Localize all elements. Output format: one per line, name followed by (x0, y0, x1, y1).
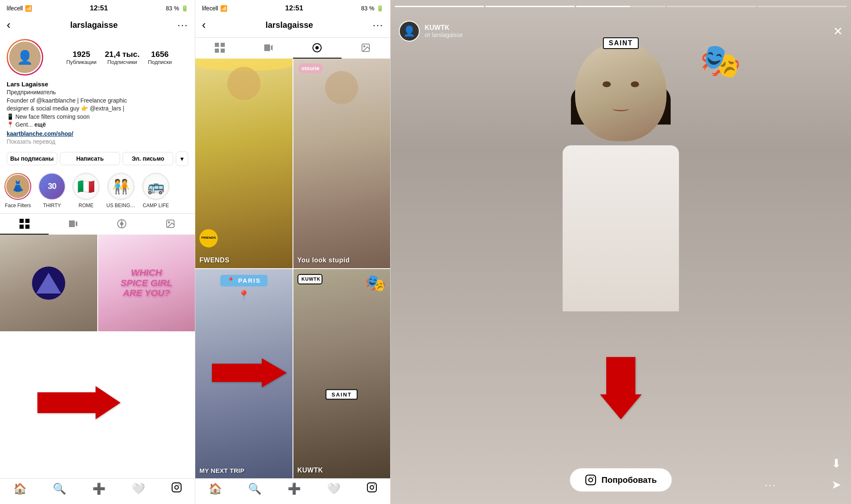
story-header: 👤 KUWTK от larslagaisse ✕ (391, 0, 851, 48)
stat-followers-label: Подписчики (107, 59, 137, 65)
story-close-button[interactable]: ✕ (833, 24, 843, 38)
profile-info-row: 👤 1925 Публикации 21,4 тыс. Подписчики 1… (0, 36, 195, 81)
stourie-badge: stourie (298, 64, 323, 73)
nav-search-1[interactable]: 🔍 (53, 482, 66, 495)
filter-cell-trip[interactable]: 📍 PARIS 📍 MY NEXT TRIP (195, 269, 293, 479)
svg-marker-26 (600, 357, 642, 419)
status-bar-1: lifecell 📶 12:51 83 % 🔋 (0, 0, 195, 15)
more-button-2[interactable]: ··· (373, 19, 384, 31)
nav-add-2[interactable]: ➕ (288, 482, 301, 495)
tab-filter-2[interactable] (293, 38, 342, 59)
saint-label-kuwtk: SAINT (326, 389, 358, 400)
tab-grid-1[interactable] (0, 214, 49, 235)
more-button-1[interactable]: ··· (177, 19, 188, 31)
dropdown-button[interactable]: ▾ (176, 152, 188, 166)
following-button[interactable]: Вы подписаны (7, 152, 57, 165)
carrier-2: lifecell (202, 5, 218, 12)
nav-instagram-2[interactable] (366, 482, 377, 496)
fwends-face (227, 67, 261, 100)
stupid-bg: stourie (293, 59, 391, 268)
svg-point-9 (168, 222, 170, 223)
stat-posts-label: Публикации (66, 59, 96, 65)
tab-video-1[interactable] (49, 214, 97, 235)
svg-point-5 (120, 222, 123, 225)
signal-icon-1: 📶 (25, 5, 32, 12)
bottom-nav-1: 🏠 🔍 ➕ 🤍 (0, 478, 195, 504)
svg-point-13 (178, 484, 179, 485)
svg-point-24 (370, 486, 374, 489)
nav-heart-2[interactable]: 🤍 (327, 482, 340, 495)
try-button[interactable]: Попробовать (570, 468, 672, 492)
tab-tag-1[interactable] (146, 214, 195, 235)
svg-point-19 (315, 46, 319, 49)
story-avatar[interactable]: 👤 (399, 21, 420, 42)
highlight-face-filters[interactable]: 👗 Face Filters (4, 173, 32, 208)
profile-panel: lifecell 📶 12:51 83 % 🔋 ‹ larslagaisse ·… (0, 0, 195, 504)
story-send-icon[interactable]: ➤ (831, 478, 841, 492)
trip-label: MY NEXT TRIP (199, 467, 244, 474)
filter-cell-stupid[interactable]: stourie You look stupid (293, 59, 391, 268)
stupid-face (325, 71, 358, 104)
smile (612, 106, 629, 111)
translate-button[interactable]: Показать перевод (7, 138, 188, 145)
bio-line-2: Founder of @kaartblanche | Freelance gra… (7, 97, 188, 105)
nav-heart-1[interactable]: 🤍 (132, 482, 145, 495)
story-head: SAINT (575, 42, 667, 141)
highlight-circle-us-being-s: 🧑‍🤝‍🧑 (107, 173, 135, 200)
status-bar-2: lifecell 📶 12:51 83 % 🔋 (195, 0, 390, 15)
stat-posts[interactable]: 1925 Публикации (66, 50, 96, 65)
filter-cell-kuwtk[interactable]: KUWTK 🎭 SAINT KUWTK (293, 269, 391, 479)
highlight-circle-face-filters: 👗 (4, 173, 32, 200)
stat-followers[interactable]: 21,4 тыс. Подписчики (105, 50, 140, 65)
post-overlay-1 (32, 267, 65, 300)
nav-add-1[interactable]: ➕ (92, 482, 106, 495)
svg-point-21 (364, 46, 365, 47)
tab-tag-2[interactable] (342, 38, 390, 59)
email-button[interactable]: Эл. письмо (123, 152, 173, 165)
highlight-image-us-being-s: 🧑‍🤝‍🧑 (108, 174, 134, 199)
tab-grid-2[interactable] (195, 38, 244, 59)
nav-instagram-1[interactable] (171, 482, 182, 496)
tab-filter-1[interactable] (98, 214, 146, 235)
svg-rect-23 (367, 483, 376, 492)
battery-icon-2: 🔋 (376, 5, 384, 12)
tab-video-2[interactable] (244, 38, 293, 59)
nav-home-2[interactable]: 🏠 (209, 482, 222, 495)
highlight-thirty[interactable]: 30 THIRTY (38, 173, 66, 208)
stat-following[interactable]: 1656 Подписки (148, 50, 172, 65)
post-cell-1[interactable] (0, 235, 97, 332)
status-left-2: lifecell 📶 (202, 5, 227, 12)
svg-rect-1 (25, 219, 30, 223)
highlight-label-camp-life: CAMP LIFE (143, 203, 169, 208)
highlight-rome[interactable]: 🇮🇹 ROME (72, 173, 100, 208)
stupid-label: You look stupid (298, 257, 350, 264)
story-download-icon[interactable]: ⬇ (831, 457, 841, 470)
post-cell-2[interactable]: WHICHSPICE GIRLARE YOU? (98, 235, 195, 332)
header-nav-1: ‹ larslagaisse ··· (0, 15, 195, 36)
battery-label-1: 83 % (166, 5, 179, 12)
story-more-button[interactable]: ··· (765, 479, 776, 492)
svg-rect-0 (20, 219, 24, 223)
trip-bg: 📍 PARIS 📍 (195, 269, 293, 479)
story-user-info: KUWTK от larslagaisse (425, 24, 828, 38)
fwends-label: FWENDS (199, 257, 229, 264)
svg-point-12 (175, 486, 178, 489)
bio-section: Lars Lagaisse Предприниматель Founder of… (0, 81, 195, 148)
avatar[interactable]: 👤 (7, 39, 43, 76)
nav-home-1[interactable]: 🏠 (13, 482, 27, 495)
nav-search-2[interactable]: 🔍 (248, 482, 261, 495)
svg-rect-16 (215, 49, 219, 53)
highlight-camp-life[interactable]: 🚌 CAMP LIFE (142, 173, 170, 208)
back-button-1[interactable]: ‹ (7, 18, 10, 32)
highlight-us-being-s[interactable]: 🧑‍🤝‍🧑 US BEING S... (106, 173, 135, 208)
filter-cell-fwends[interactable]: FRIENDS FWENDS (195, 59, 293, 268)
signal-icon-2: 📶 (220, 5, 227, 12)
highlight-label-face-filters: Face Filters (5, 203, 31, 208)
progress-bar-2 (485, 6, 575, 7)
progress-bar-3 (576, 6, 665, 7)
bio-more[interactable]: ещё (34, 121, 46, 128)
bio-link[interactable]: kaartblanche.com/shop/ (7, 130, 188, 137)
back-button-2[interactable]: ‹ (202, 18, 206, 32)
message-button[interactable]: Написать (60, 152, 121, 165)
bio-line-3: designer & social media guy 👉 @extra_lar… (7, 105, 188, 113)
